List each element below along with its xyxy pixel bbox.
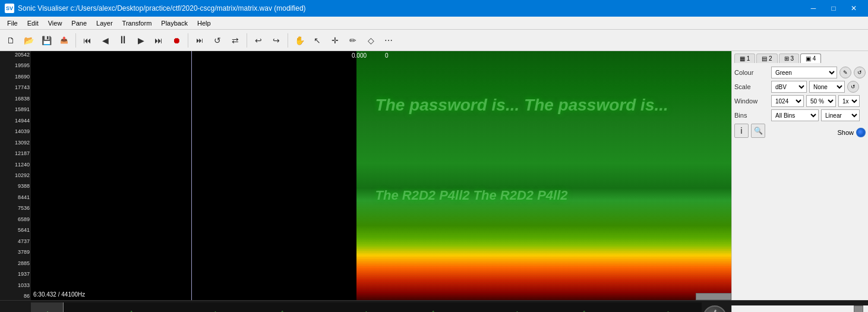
yaxis-label: 3789 bbox=[1, 250, 30, 255]
menu-edit[interactable]: Edit bbox=[23, 18, 43, 28]
toolbar-separator-2 bbox=[188, 33, 188, 48]
window-title: Sonic Visualiser c:/Users/alexc/Desktop/… bbox=[18, 4, 306, 12]
play-pause-button[interactable]: ⏸ bbox=[115, 32, 131, 49]
save-button[interactable]: 💾 bbox=[38, 32, 55, 49]
yaxis-label: 14039 bbox=[1, 129, 30, 134]
scale-reset-btn[interactable]: ↺ bbox=[847, 81, 859, 93]
yaxis-label: 86 bbox=[1, 294, 30, 299]
yaxis-label: 15891 bbox=[1, 107, 30, 112]
window-overlap-select[interactable]: 50 % 25 % 75 % bbox=[806, 95, 836, 107]
spectrogram-text-2: The R2D2 P4ll2 The R2D2 P4ll2 bbox=[375, 188, 568, 203]
yaxis-label: 5641 bbox=[1, 228, 30, 233]
yaxis-label: 12187 bbox=[1, 151, 30, 156]
erase-button[interactable]: ◇ bbox=[362, 32, 379, 49]
menu-layer[interactable]: Layer bbox=[91, 18, 118, 28]
shuffle-button[interactable]: ⇄ bbox=[227, 32, 244, 49]
overview-scrollbar-btn[interactable]: ⋮ bbox=[854, 305, 863, 313]
playback-cursor bbox=[191, 51, 192, 300]
panel-tab-1[interactable]: ▦ 1 bbox=[734, 53, 755, 63]
yaxis-label: 8441 bbox=[1, 195, 30, 200]
menu-help[interactable]: Help bbox=[192, 18, 216, 28]
move-button[interactable]: ✛ bbox=[327, 32, 343, 49]
spectrogram-scrollbar[interactable] bbox=[696, 293, 731, 300]
close-button[interactable]: ✕ bbox=[844, 2, 863, 14]
overview-panel: ⋮ bbox=[0, 300, 868, 312]
spectrogram-text-1: The password is... The password is... bbox=[375, 96, 668, 115]
yaxis-label: 19595 bbox=[1, 63, 30, 68]
panel-tab-3[interactable]: ⊞ 3 bbox=[779, 53, 799, 63]
scale-select[interactable]: dBV Linear dBFS Phase bbox=[771, 81, 807, 93]
spectrogram-green-region: The password is... The password is... Th… bbox=[356, 51, 731, 300]
scale-normalize-select[interactable]: None Linear Log bbox=[809, 81, 845, 93]
show-label: Show bbox=[837, 129, 854, 136]
overview-selection bbox=[31, 302, 64, 313]
yaxis-label: 14944 bbox=[1, 118, 30, 124]
measure-button[interactable]: ⋯ bbox=[380, 32, 397, 49]
colour-select[interactable]: Green Default White on Black Black on Wh… bbox=[771, 67, 837, 78]
bins-label: Bins bbox=[734, 112, 769, 119]
scale-label: Scale bbox=[734, 83, 769, 90]
menu-pane[interactable]: Pane bbox=[67, 18, 91, 28]
colour-edit-btn[interactable]: ✎ bbox=[839, 67, 851, 78]
record-button[interactable]: ⏺ bbox=[168, 32, 185, 49]
info-button[interactable]: i bbox=[734, 124, 749, 138]
toolbar: 🗋 📂 💾 📤 ⏮ ◀ ⏸ ▶ ⏭ ⏺ ⏭ ↺ ⇄ ↩ ↪ ✋ ↖ ✛ ✏ ◇ … bbox=[0, 30, 868, 51]
spectrogram-view[interactable]: The password is... The password is... Th… bbox=[31, 51, 731, 300]
toolbar-separator-1 bbox=[75, 33, 76, 48]
yaxis-label: 10292 bbox=[1, 173, 30, 178]
step-back-button[interactable]: ⏭ bbox=[191, 32, 208, 49]
yaxis-label: 1033 bbox=[1, 283, 30, 288]
next-frame-button[interactable]: ⏭ bbox=[150, 32, 167, 49]
draw-button[interactable]: ✏ bbox=[345, 32, 361, 49]
minimize-button[interactable]: ─ bbox=[804, 2, 823, 14]
window-zoom-select[interactable]: 1x 2x 3x 4x bbox=[838, 95, 860, 107]
yaxis-label: 20542 bbox=[1, 52, 30, 58]
window-label: Window bbox=[734, 97, 769, 105]
colour-label: Colour bbox=[734, 69, 769, 76]
menu-transform[interactable]: Transform bbox=[118, 18, 157, 28]
select-button[interactable]: ↖ bbox=[309, 32, 326, 49]
yaxis-label: 18690 bbox=[1, 74, 30, 80]
menu-view[interactable]: View bbox=[43, 18, 67, 28]
panel-icon-buttons: i 🔍 Show bbox=[734, 124, 866, 138]
show-toggle[interactable] bbox=[856, 128, 866, 137]
panel-tab-4[interactable]: ▣ 4 bbox=[800, 53, 821, 63]
zoom-button[interactable]: 🔍 bbox=[751, 124, 765, 138]
toolbar-separator-4 bbox=[288, 33, 288, 48]
titlebar-left: SV Sonic Visualiser c:/Users/alexc/Deskt… bbox=[5, 4, 306, 13]
loop-button[interactable]: ↺ bbox=[209, 32, 226, 49]
navigate-button[interactable]: ✋ bbox=[291, 32, 308, 49]
bins-range-select[interactable]: All Bins bbox=[771, 109, 819, 121]
colour-reset-btn[interactable]: ↺ bbox=[854, 67, 866, 78]
yaxis-label: 7536 bbox=[1, 206, 30, 211]
yaxis-label: 16838 bbox=[1, 96, 30, 102]
undo-button[interactable]: ↩ bbox=[250, 32, 267, 49]
colour-control: Colour Green Default White on Black Blac… bbox=[734, 67, 866, 78]
yaxis-label: 9388 bbox=[1, 184, 30, 189]
export-button[interactable]: 📤 bbox=[56, 32, 72, 49]
panel-tab-2[interactable]: ▤ 2 bbox=[756, 53, 777, 63]
open-button[interactable]: 📂 bbox=[20, 32, 37, 49]
yaxis-label: 13092 bbox=[1, 140, 30, 146]
main-area: 2054219595186901774316838158911494414039… bbox=[0, 51, 868, 300]
overview-knob[interactable] bbox=[703, 305, 727, 313]
menu-file[interactable]: File bbox=[2, 18, 23, 28]
yaxis-label: 2885 bbox=[1, 261, 30, 266]
play-back-button[interactable]: ◀ bbox=[97, 32, 113, 49]
overview-right-panel: ⋮ bbox=[731, 305, 868, 313]
titlebar: SV Sonic Visualiser c:/Users/alexc/Deskt… bbox=[0, 0, 868, 17]
waveform-svg bbox=[31, 302, 702, 313]
window-size-select[interactable]: 1024 256 512 2048 4096 8192 bbox=[771, 95, 804, 107]
properties-panel: ▦ 1 ▤ 2 ⊞ 3 ▣ 4 Colour Green Default Whi… bbox=[731, 51, 868, 300]
toolbar-separator-3 bbox=[247, 33, 247, 48]
play-forward-button[interactable]: ▶ bbox=[132, 32, 149, 49]
redo-button[interactable]: ↪ bbox=[268, 32, 285, 49]
maximize-button[interactable]: □ bbox=[824, 2, 843, 14]
waveform-overview[interactable] bbox=[31, 302, 702, 313]
yaxis-label: 6589 bbox=[1, 217, 30, 222]
bins-scale-select[interactable]: Linear Log Mel bbox=[821, 109, 860, 121]
prev-frame-button[interactable]: ⏮ bbox=[79, 32, 96, 49]
time-marker-right: 0 bbox=[385, 52, 389, 59]
new-button[interactable]: 🗋 bbox=[2, 32, 19, 49]
menu-playback[interactable]: Playback bbox=[156, 18, 192, 28]
